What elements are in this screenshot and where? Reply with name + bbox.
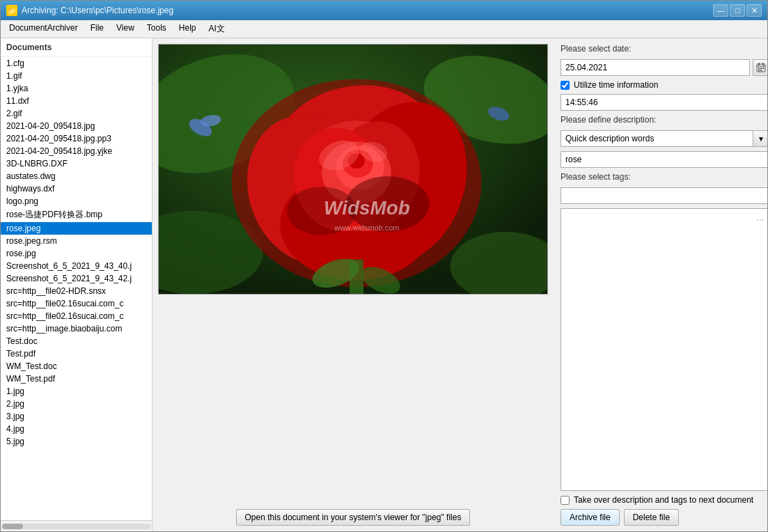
svg-rect-34 bbox=[760, 68, 762, 69]
archive-buttons: Archive file Delete file bbox=[561, 509, 767, 526]
file-list[interactable]: 1.cfg 1.gif 1.yjka 11.dxf 2.gif 2021-04-… bbox=[1, 57, 152, 520]
svg-text:www.widsmob.com: www.widsmob.com bbox=[334, 224, 399, 232]
tags-area[interactable]: ... bbox=[561, 208, 767, 491]
tags-input[interactable] bbox=[561, 187, 767, 204]
menu-file[interactable]: File bbox=[85, 22, 109, 36]
sidebar: Documents 1.cfg 1.gif 1.yjka 11.dxf 2.gi… bbox=[1, 38, 152, 531]
title-bar-left: 📁 Archiving: C:\Users\pc\Pictures\rose.j… bbox=[6, 5, 173, 16]
list-item[interactable]: 2.gif bbox=[1, 107, 152, 120]
takeover-label[interactable]: Take over description and tags to next d… bbox=[574, 495, 753, 505]
close-button[interactable]: ✕ bbox=[746, 4, 762, 17]
scrollbar-thumb[interactable] bbox=[2, 524, 23, 529]
list-item[interactable]: WM_Test.doc bbox=[1, 360, 152, 373]
center-area: WidsMob www.widsmob.com Open this docume… bbox=[152, 38, 554, 531]
utilize-time-checkbox[interactable] bbox=[561, 81, 570, 90]
scrollbar-track bbox=[2, 524, 150, 529]
list-item[interactable]: rose.jpeg.rsm bbox=[1, 235, 152, 247]
list-item[interactable]: 2.jpg bbox=[1, 398, 152, 410]
list-item[interactable]: Screenshot_6_5_2021_9_43_40.j bbox=[1, 260, 152, 272]
menu-help[interactable]: Help bbox=[173, 22, 202, 36]
list-item[interactable]: 5.jpg bbox=[1, 435, 152, 448]
menu-ai[interactable]: AI文 bbox=[203, 22, 230, 36]
maximize-button[interactable]: □ bbox=[730, 4, 745, 17]
open-viewer-button[interactable]: Open this document in your system's view… bbox=[236, 509, 471, 526]
list-item[interactable]: 4.jpg bbox=[1, 423, 152, 435]
date-label: Please select date: bbox=[561, 44, 767, 54]
svg-rect-37 bbox=[760, 70, 762, 71]
list-item[interactable]: rose-迅捷PDF转换器.bmp bbox=[1, 208, 152, 222]
window-title: Archiving: C:\Users\pc\Pictures\rose.jpe… bbox=[22, 6, 173, 15]
minimize-button[interactable]: — bbox=[713, 4, 728, 17]
list-item[interactable]: 2021-04-20_095418.jpg bbox=[1, 120, 152, 132]
list-item[interactable]: 3.jpg bbox=[1, 410, 152, 423]
description-dropdown-input[interactable] bbox=[561, 130, 753, 147]
description-label: Please define description: bbox=[561, 115, 767, 125]
app-icon: 📁 bbox=[6, 5, 17, 16]
list-item[interactable]: rose.jpg bbox=[1, 247, 152, 260]
title-bar-controls: — □ ✕ bbox=[713, 4, 762, 17]
list-item[interactable]: 3D-LNBRG.DXF bbox=[1, 157, 152, 170]
archive-file-button[interactable]: Archive file bbox=[561, 509, 620, 526]
list-item[interactable]: src=http__file02.16sucai.com_c bbox=[1, 297, 152, 310]
description-dropdown-button[interactable]: ▼ bbox=[753, 130, 767, 147]
list-item[interactable]: src=http__image.biaobaiju.com bbox=[1, 322, 152, 335]
utilize-time-label[interactable]: Utilize time information bbox=[574, 80, 658, 90]
list-item[interactable]: Screenshot_6_5_2021_9_43_42.j bbox=[1, 272, 152, 285]
list-item[interactable]: 1.cfg bbox=[1, 57, 152, 70]
description-text-input[interactable] bbox=[561, 151, 767, 168]
description-dropdown-row: ▼ bbox=[561, 130, 767, 147]
list-item[interactable]: 1.gif bbox=[1, 70, 152, 82]
calendar-button[interactable] bbox=[753, 59, 767, 76]
utilize-time-row: Utilize time information bbox=[561, 80, 767, 90]
tags-area-dots: ... bbox=[756, 212, 765, 223]
list-item[interactable]: 2021-04-20_095418.jpg.pp3 bbox=[1, 132, 152, 145]
list-item[interactable]: WM_Test.pdf bbox=[1, 373, 152, 385]
list-item[interactable]: 2021-04-20_095418.jpg.yjke bbox=[1, 145, 152, 157]
list-item[interactable]: Test.pdf bbox=[1, 347, 152, 360]
takeover-checkbox[interactable] bbox=[561, 496, 570, 505]
svg-rect-33 bbox=[758, 68, 760, 69]
menu-bar: DocumentArchiver File View Tools Help AI… bbox=[1, 20, 767, 38]
list-item[interactable]: austates.dwg bbox=[1, 170, 152, 182]
time-input[interactable] bbox=[561, 94, 767, 111]
svg-rect-36 bbox=[758, 70, 760, 71]
date-input[interactable] bbox=[561, 59, 750, 76]
list-item-selected[interactable]: rose.jpeg bbox=[1, 222, 152, 235]
menu-tools[interactable]: Tools bbox=[141, 22, 172, 36]
list-item[interactable]: Test.doc bbox=[1, 335, 152, 347]
list-item[interactable]: src=http__file02-HDR.snsx bbox=[1, 285, 152, 297]
open-button-container: Open this document in your system's view… bbox=[158, 509, 548, 526]
tags-label: Please select tags: bbox=[561, 172, 767, 182]
content-area: Documents 1.cfg 1.gif 1.yjka 11.dxf 2.gi… bbox=[1, 38, 767, 531]
menu-documentarchiver[interactable]: DocumentArchiver bbox=[3, 22, 84, 36]
calendar-icon bbox=[756, 63, 766, 72]
menu-view[interactable]: View bbox=[111, 22, 140, 36]
delete-file-button[interactable]: Delete file bbox=[624, 509, 679, 526]
sidebar-header: Documents bbox=[1, 38, 152, 57]
horizontal-scrollbar[interactable] bbox=[1, 520, 152, 531]
list-item[interactable]: 11.dxf bbox=[1, 95, 152, 107]
list-item[interactable]: 1.jpg bbox=[1, 385, 152, 398]
date-row bbox=[561, 59, 767, 76]
svg-rect-35 bbox=[762, 68, 764, 69]
list-item[interactable]: 1.yjka bbox=[1, 82, 152, 95]
image-preview: WidsMob www.widsmob.com bbox=[158, 44, 548, 295]
right-panel: Please select date: bbox=[554, 38, 767, 531]
takeover-row: Take over description and tags to next d… bbox=[561, 495, 767, 505]
list-item[interactable]: src=http__file02.16sucai.com_c bbox=[1, 310, 152, 322]
title-bar: 📁 Archiving: C:\Users\pc\Pictures\rose.j… bbox=[1, 1, 767, 20]
list-item[interactable]: logo.png bbox=[1, 195, 152, 208]
list-item[interactable]: highways.dxf bbox=[1, 182, 152, 195]
main-window: 📁 Archiving: C:\Users\pc\Pictures\rose.j… bbox=[0, 0, 768, 532]
svg-text:WidsMob: WidsMob bbox=[324, 197, 410, 219]
